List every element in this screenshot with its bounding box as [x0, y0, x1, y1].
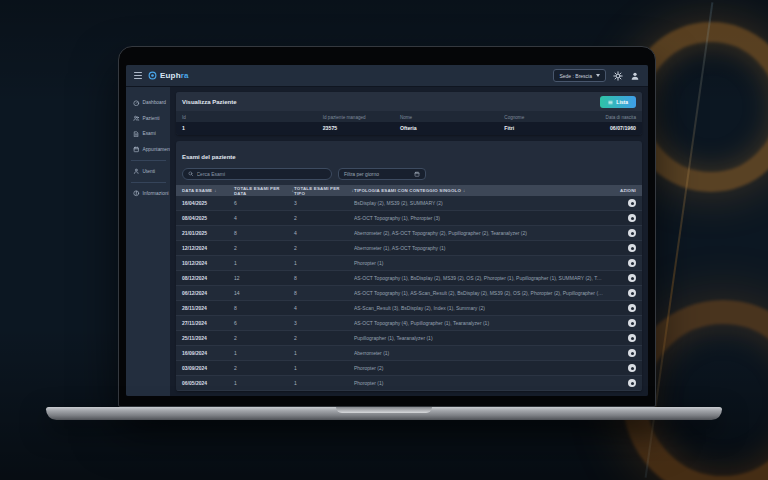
- cell-tipologia: AS-OCT Topography (1), AS-Scan_Result (2…: [354, 290, 610, 296]
- field-label-id-managed: Id paziente managed: [323, 115, 400, 120]
- patient-card-header: Visualizza Paziente Lista: [176, 92, 642, 111]
- info-icon: [133, 190, 140, 197]
- cell-tipologia: BsDisplay (2), MS39 (2), SUMMARY (2): [354, 200, 610, 206]
- eye-icon: [631, 277, 634, 280]
- sidebar-item-pazienti[interactable]: Pazienti: [131, 111, 170, 127]
- cell-totale-per-data: 2: [234, 335, 294, 341]
- header-tipologia[interactable]: Tipologia esami con conteggio singolo ↓: [354, 188, 610, 193]
- cell-totale-per-data: 12: [234, 275, 294, 281]
- sidebar: Dashboard Pazienti Esami: [126, 87, 170, 396]
- cell-tipologia: Phoropter (1): [354, 380, 610, 386]
- cell-tipologia: Phoropter (1): [354, 260, 610, 266]
- chevron-down-icon: [596, 74, 600, 77]
- view-exam-button[interactable]: [628, 304, 636, 312]
- cell-totale-per-tipo: 2: [294, 245, 354, 251]
- cell-tipologia: AS-OCT Topography (1), BsDisplay (2), MS…: [354, 275, 610, 281]
- view-exam-button[interactable]: [628, 349, 636, 357]
- view-exam-button[interactable]: [628, 334, 636, 342]
- header-data-esame[interactable]: Data esame ↓: [182, 188, 234, 193]
- view-exam-button[interactable]: [628, 199, 636, 207]
- sidebar-item-label: Informazioni: [143, 191, 169, 196]
- cell-totale-per-tipo: 1: [294, 350, 354, 356]
- header-totale-per-tipo[interactable]: Totale esami per tipo ↓: [294, 186, 354, 196]
- exams-filters: Filtra per giorno: [176, 165, 642, 185]
- table-row: 25/11/2024 2 2 Pupillographer (1), Teara…: [176, 331, 642, 346]
- site-selector-label: Sede : Brescia: [559, 73, 592, 79]
- view-exam-button[interactable]: [628, 274, 636, 282]
- cell-totale-per-data: 1: [234, 350, 294, 356]
- view-exam-button[interactable]: [628, 364, 636, 372]
- eye-icon: [631, 247, 634, 250]
- cell-totale-per-tipo: 4: [294, 305, 354, 311]
- field-label-nome: Nome: [400, 115, 504, 120]
- sidebar-item-utenti[interactable]: Utenti: [131, 160, 166, 179]
- sidebar-item-label: Pazienti: [143, 116, 160, 121]
- date-filter[interactable]: Filtra per giorno: [338, 168, 426, 180]
- header-azioni: Azioni: [610, 188, 636, 193]
- cell-totale-per-data: 2: [234, 245, 294, 251]
- patient-field-labels: Id Id paziente managed Nome Cognome Data…: [176, 111, 642, 122]
- cell-tipologia: Aberrometer (2), AS-OCT Topography (2), …: [354, 230, 610, 236]
- table-row: 06/12/2024 14 8 AS-OCT Topography (1), A…: [176, 286, 642, 301]
- patient-field-values: 1 23575 Ofteria Fitri 06/07/1960: [176, 122, 642, 135]
- cell-totale-per-data: 8: [234, 230, 294, 236]
- eye-icon: [631, 262, 634, 265]
- cell-totale-per-data: 8: [234, 305, 294, 311]
- lista-button[interactable]: Lista: [600, 96, 636, 108]
- app-logo[interactable]: Euphra: [148, 71, 189, 80]
- table-row: 27/11/2024 6 3 AS-OCT Topography (4), Pu…: [176, 316, 642, 331]
- view-exam-button[interactable]: [628, 214, 636, 222]
- sidebar-item-label: Dashboard: [143, 100, 166, 105]
- cell-data-esame: 03/09/2024: [182, 365, 234, 371]
- eye-icon: [631, 337, 634, 340]
- table-row: 16/04/2025 6 3 BsDisplay (2), MS39 (2), …: [176, 196, 642, 211]
- cell-totale-per-tipo: 1: [294, 380, 354, 386]
- cell-totale-per-data: 6: [234, 320, 294, 326]
- patient-card: Visualizza Paziente Lista Id Id paziente…: [176, 92, 642, 135]
- cell-totale-per-data: 4: [234, 215, 294, 221]
- table-row: 21/01/2025 8 4 Aberrometer (2), AS-OCT T…: [176, 226, 642, 241]
- search-input[interactable]: [197, 171, 327, 177]
- laptop-base: [46, 407, 722, 420]
- sidebar-item-appuntamenti[interactable]: Appuntamenti: [131, 142, 170, 158]
- view-exam-button[interactable]: [628, 289, 636, 297]
- cell-totale-per-data: 2: [234, 365, 294, 371]
- eye-icon: [631, 322, 634, 325]
- view-exam-button[interactable]: [628, 229, 636, 237]
- field-label-nascita: Data di nascita: [581, 115, 635, 120]
- sidebar-item-label: Esami: [143, 131, 156, 136]
- cell-totale-per-tipo: 4: [294, 230, 354, 236]
- eye-icon: [631, 232, 634, 235]
- eye-icon: [631, 217, 634, 220]
- laptop-notch: [336, 407, 432, 413]
- cell-totale-per-tipo: 2: [294, 215, 354, 221]
- table-row: 03/09/2024 2 1 Phoropter (2): [176, 361, 642, 376]
- sidebar-item-informazioni[interactable]: Informazioni: [131, 182, 166, 201]
- header-totale-per-data[interactable]: Totale esami per data ↓: [234, 186, 294, 196]
- logo-text: Euphra: [160, 71, 189, 80]
- cell-totale-per-data: 14: [234, 290, 294, 296]
- sidebar-item-dashboard[interactable]: Dashboard: [131, 95, 170, 111]
- view-exam-button[interactable]: [628, 379, 636, 387]
- view-exam-button[interactable]: [628, 319, 636, 327]
- cell-totale-per-tipo: 2: [294, 335, 354, 341]
- user-profile-button[interactable]: [629, 70, 640, 81]
- cell-totale-per-tipo: 8: [294, 275, 354, 281]
- view-exam-button[interactable]: [628, 259, 636, 267]
- view-exam-button[interactable]: [628, 244, 636, 252]
- site-selector-dropdown[interactable]: Sede : Brescia: [553, 69, 606, 82]
- sidebar-item-esami[interactable]: Esami: [131, 126, 170, 142]
- cell-data-esame: 27/11/2024: [182, 320, 234, 326]
- eye-icon: [631, 352, 634, 355]
- cell-totale-per-tipo: 1: [294, 365, 354, 371]
- eye-icon: [631, 307, 634, 310]
- exams-card-header: Esami del paziente: [176, 141, 642, 165]
- hamburger-menu-icon[interactable]: [134, 72, 142, 79]
- settings-button[interactable]: [612, 70, 623, 81]
- exams-icon: [133, 131, 140, 138]
- table-row: 10/12/2024 1 1 Phoropter (1): [176, 256, 642, 271]
- user-icon: [630, 71, 640, 81]
- app-window: Euphra Sede : Brescia: [126, 65, 648, 396]
- calendar-icon: [133, 146, 140, 153]
- cell-data-esame: 12/12/2024: [182, 245, 234, 251]
